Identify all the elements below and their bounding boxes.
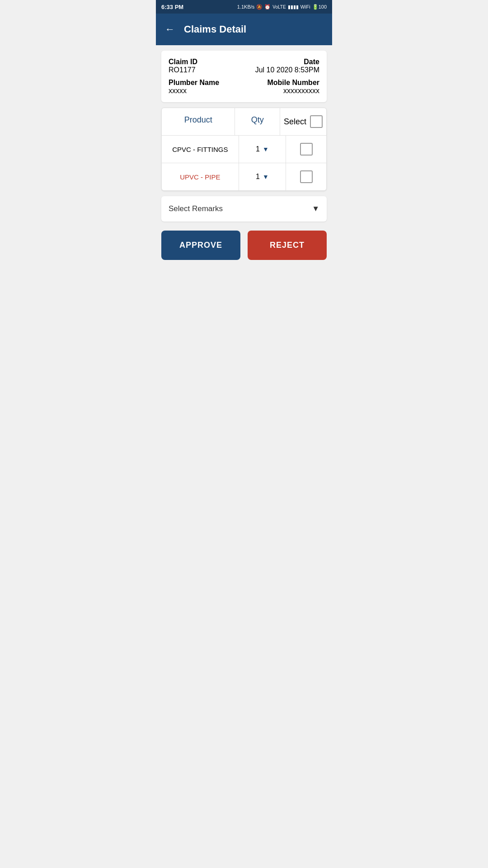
plumber-mobile-row: Plumber Name xxxxx Mobile Number xxxxxxx… — [169, 79, 319, 95]
remarks-dropdown-arrow: ▼ — [312, 204, 319, 213]
checkbox-cpvc[interactable] — [300, 143, 313, 156]
date-value: Jul 10 2020 8:53PM — [255, 66, 319, 74]
network-speed: 1.1KB/s — [237, 4, 255, 9]
status-time: 6:33 PM — [161, 4, 183, 10]
table-header-row: Product Qty Select — [162, 108, 326, 136]
action-buttons: APPROVE REJECT — [161, 231, 327, 260]
reject-button[interactable]: REJECT — [248, 231, 327, 260]
claim-id-date-row: Claim ID RO1177 Date Jul 10 2020 8:53PM — [169, 58, 319, 74]
select-cpvc — [286, 136, 326, 163]
checkbox-upvc[interactable] — [300, 170, 313, 183]
back-button[interactable]: ← — [165, 24, 175, 35]
qty-dropdown-upvc[interactable]: 1 ▼ — [256, 173, 269, 181]
remarks-dropdown[interactable]: Select Remarks ▼ — [161, 196, 327, 222]
page-title: Claims Detail — [184, 24, 246, 35]
products-table: Product Qty Select CPVC - FITTINGS 1 ▼ — [161, 108, 327, 191]
dropdown-arrow-icon: ▼ — [263, 146, 269, 153]
mobile-number-label: Mobile Number — [267, 79, 319, 87]
header: ← Claims Detail — [156, 14, 332, 45]
header-checkbox[interactable] — [310, 115, 323, 128]
qty-upvc[interactable]: 1 ▼ — [239, 163, 286, 190]
select-upvc — [286, 163, 326, 190]
remarks-placeholder: Select Remarks — [169, 204, 223, 213]
wifi-icon: WiFi — [300, 4, 310, 9]
date-label: Date — [255, 58, 319, 66]
battery-icon: 🔋100 — [312, 4, 327, 10]
qty-dropdown-cpvc[interactable]: 1 ▼ — [256, 145, 269, 153]
main-content: Claim ID RO1177 Date Jul 10 2020 8:53PM … — [156, 45, 332, 274]
col-header-qty: Qty — [235, 108, 280, 135]
plumber-name-value: xxxxx — [169, 87, 219, 95]
claim-id-label: Claim ID — [169, 58, 197, 66]
dropdown-arrow-icon: ▼ — [263, 173, 269, 180]
table-row: UPVC - PIPE 1 ▼ — [162, 163, 326, 190]
table-row: CPVC - FITTINGS 1 ▼ — [162, 136, 326, 163]
mute-icon: 🔕 — [256, 4, 263, 10]
product-name-cpvc: CPVC - FITTINGS — [162, 136, 239, 163]
claim-date-section: Date Jul 10 2020 8:53PM — [255, 58, 319, 74]
alarm-icon: ⏰ — [264, 4, 271, 10]
signal-icon: ▮▮▮▮ — [288, 4, 299, 10]
status-bar: 6:33 PM 1.1KB/s 🔕 ⏰ VoLTE ▮▮▮▮ WiFi 🔋100 — [156, 0, 332, 14]
claim-id-section: Claim ID RO1177 — [169, 58, 197, 74]
mobile-number-section: Mobile Number xxxxxxxxxx — [267, 79, 319, 95]
col-header-product: Product — [162, 108, 235, 135]
claim-id-value: RO1177 — [169, 66, 197, 74]
approve-button[interactable]: APPROVE — [161, 231, 240, 260]
product-name-upvc: UPVC - PIPE — [162, 163, 239, 190]
col-header-select: Select — [280, 108, 326, 135]
volte-icon: VoLTE — [272, 5, 286, 9]
plumber-name-label: Plumber Name — [169, 79, 219, 87]
status-icons: 1.1KB/s 🔕 ⏰ VoLTE ▮▮▮▮ WiFi 🔋100 — [237, 4, 327, 10]
claim-info-card: Claim ID RO1177 Date Jul 10 2020 8:53PM … — [161, 51, 327, 102]
plumber-name-section: Plumber Name xxxxx — [169, 79, 219, 95]
mobile-number-value: xxxxxxxxxx — [267, 87, 319, 95]
qty-cpvc[interactable]: 1 ▼ — [239, 136, 286, 163]
